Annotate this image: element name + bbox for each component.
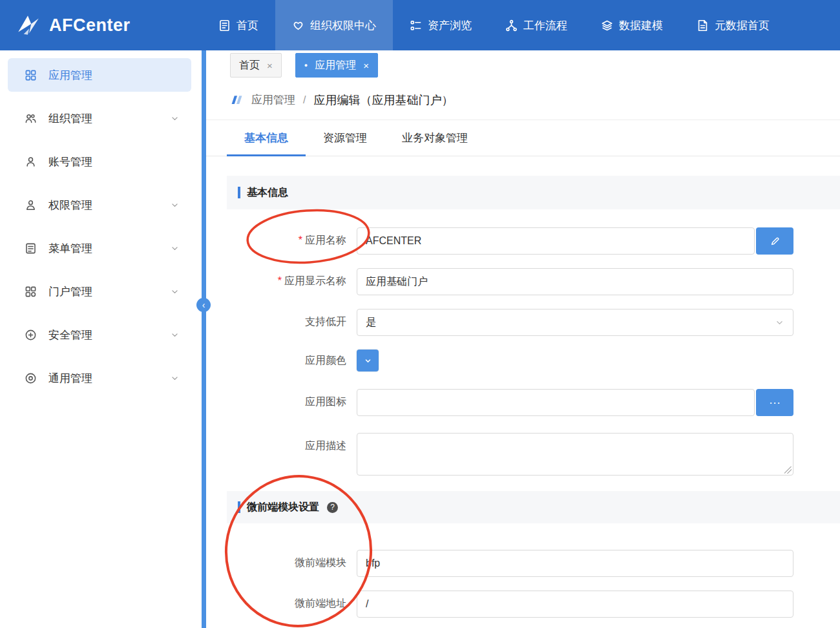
topnav-item-workflow[interactable]: 工作流程 [488,0,584,50]
form-row-micro-module: 微前端模块 [227,550,840,577]
sidebar-item-label: 权限管理 [48,198,92,213]
chevron-down-icon [775,318,784,328]
app-name-input[interactable] [357,227,755,255]
afcenter-logo-icon [14,12,41,39]
chevron-down-icon [169,287,181,297]
layers-icon [601,19,613,32]
topnav-label: 组织权限中心 [310,18,376,33]
sidebar-collapse-handle[interactable]: ‹ [196,298,211,312]
help-icon[interactable]: ? [327,502,338,513]
brand-name: AFCenter [49,16,131,36]
sidebar: 应用管理 组织管理 账号管理 权限管理 菜单管理 [0,50,202,628]
tab-business-object-management[interactable]: 业务对象管理 [384,120,485,156]
topnav-label: 首页 [236,18,258,33]
low-code-select[interactable]: 是 [357,309,793,336]
topnav-item-data-modeling[interactable]: 数据建模 [584,0,680,50]
form-row-app-icon: 应用图标 ··· [227,389,840,416]
breadcrumb-separator: / [303,94,306,106]
chevron-down-icon [169,114,181,123]
selected-value: 是 [366,316,376,330]
tab-resource-management[interactable]: 资源管理 [306,120,384,156]
section-title: 基本信息 [247,186,288,200]
chevron-down-icon [169,244,181,253]
edit-app-name-button[interactable] [756,227,793,255]
breadcrumb-parent[interactable]: 应用管理 [251,92,295,107]
sidebar-item-account-management[interactable]: 账号管理 [8,145,191,178]
required-mark: * [299,235,302,246]
open-tab-label: 首页 [239,59,260,72]
form-row-display-name: *应用显示名称 [227,268,840,295]
tab-label: 资源管理 [323,131,367,145]
app-icon-browse-button[interactable]: ··· [756,389,793,416]
chevron-down-icon [169,373,181,383]
sidebar-item-label: 安全管理 [48,328,92,342]
chevron-down-icon [169,330,181,340]
form-row-app-name: *应用名称 [227,227,840,255]
sidebar-item-org-management[interactable]: 组织管理 [8,101,191,135]
section-basic-info: 基本信息 [227,176,840,209]
field-label: *应用名称 [227,227,346,247]
app-color-picker[interactable] [357,350,379,372]
tab-basic-info[interactable]: 基本信息 [227,120,306,156]
top-nav: 首页 组织权限中心 资产浏览 工作流程 数据建模 元数据首页 [202,0,786,50]
asset-list-icon [410,19,422,32]
topnav-item-org-permission-center[interactable]: 组织权限中心 [275,0,393,50]
main-content: 首页 × ● 应用管理 × 应用管理 / 应用编辑（应用基础门户） [206,50,840,628]
target-icon [25,372,37,384]
field-label: 应用图标 [227,389,346,409]
micro-address-input[interactable] [357,591,793,618]
form-row-low-code: 支持低开 是 [227,309,840,336]
top-navbar: AFCenter 首页 组织权限中心 资产浏览 工作流程 数据建模 [0,0,840,50]
metadata-document-icon [697,19,709,32]
sidebar-item-security-management[interactable]: 安全管理 [8,318,191,351]
sidebar-item-permission-management[interactable]: 权限管理 [8,188,191,222]
brand[interactable]: AFCenter [0,0,202,50]
ellipsis-icon: ··· [769,396,781,410]
micro-module-input[interactable] [357,550,793,577]
topnav-label: 数据建模 [619,18,663,33]
content-tabs: 基本信息 资源管理 业务对象管理 [206,120,840,156]
people-icon [25,112,37,125]
page-title: 应用编辑（应用基础门户） [313,92,453,108]
topnav-label: 工作流程 [523,18,567,33]
topnav-item-asset-browse[interactable]: 资产浏览 [393,0,488,50]
form-row-micro-address: 微前端地址 [227,591,840,618]
field-label: 应用描述 [227,433,346,453]
sidebar-item-label: 菜单管理 [48,241,92,256]
heart-icon [292,19,304,32]
form-row-app-color: 应用颜色 [227,350,840,372]
sidebar-item-label: 门户管理 [48,284,92,299]
open-tab-home[interactable]: 首页 × [230,53,282,78]
sidebar-item-app-management[interactable]: 应用管理 [8,58,191,92]
section-micro-frontend: 微前端模块设置 ? [227,491,840,523]
topnav-item-home[interactable]: 首页 [202,0,275,50]
app-icon-input[interactable] [357,389,755,416]
topnav-item-metadata-home[interactable]: 元数据首页 [680,0,786,50]
document-icon [218,19,231,32]
field-label: 应用颜色 [227,350,346,368]
grid-icon [25,69,37,81]
open-tab-label: 应用管理 [315,59,356,72]
workflow-icon [505,19,518,32]
sidebar-item-label: 应用管理 [48,68,92,83]
close-icon[interactable]: × [363,60,369,71]
page-body: 应用管理 组织管理 账号管理 权限管理 菜单管理 [0,50,840,628]
open-tab-app-management[interactable]: ● 应用管理 × [295,53,378,78]
sidebar-item-menu-management[interactable]: 菜单管理 [8,231,191,265]
security-plus-icon [25,329,37,341]
field-label: 支持低开 [227,309,346,329]
topnav-label: 资产浏览 [428,18,472,33]
sidebar-item-general-management[interactable]: 通用管理 [8,361,191,395]
form-row-app-desc: 应用描述 [227,433,840,476]
section-accent-bar [238,501,240,513]
close-icon[interactable]: × [267,60,273,71]
tab-label: 业务对象管理 [402,131,468,145]
field-label: 微前端地址 [227,591,346,611]
sidebar-item-portal-management[interactable]: 门户管理 [8,275,191,308]
required-mark: * [278,275,282,286]
sidebar-item-label: 账号管理 [48,154,92,169]
open-tabs-bar: 首页 × ● 应用管理 × [206,50,840,80]
menu-document-icon [25,242,37,255]
display-name-input[interactable] [357,268,793,295]
app-desc-textarea[interactable] [357,433,793,476]
